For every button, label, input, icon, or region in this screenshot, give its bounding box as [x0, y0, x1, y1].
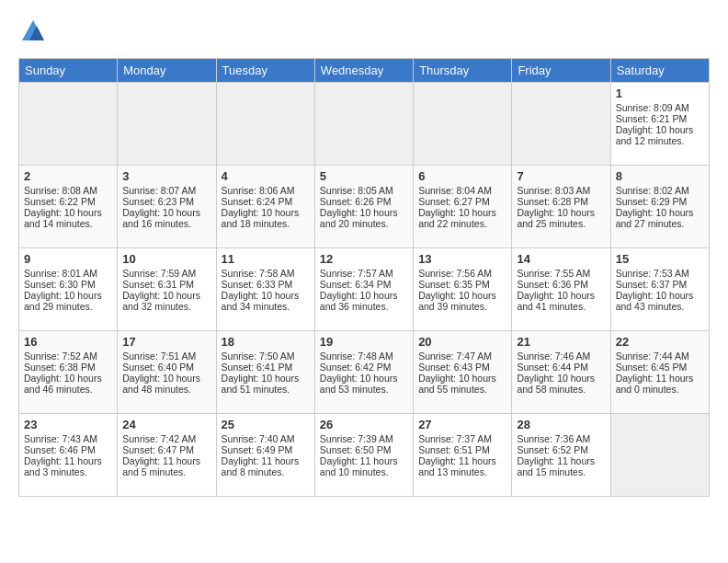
daylight-text: Daylight: 11 hours and 5 minutes. — [122, 455, 210, 477]
sunset-text: Sunset: 6:50 PM — [320, 444, 408, 455]
sunrise-text: Sunrise: 8:03 AM — [517, 185, 605, 196]
day-number: 4 — [222, 169, 310, 183]
daylight-text: Daylight: 10 hours and 58 minutes. — [517, 373, 605, 395]
day-number: 17 — [122, 335, 210, 349]
sunrise-text: Sunrise: 8:01 AM — [24, 268, 112, 279]
calendar-cell — [216, 83, 314, 166]
day-number: 22 — [616, 335, 704, 349]
sunset-text: Sunset: 6:47 PM — [122, 444, 210, 455]
calendar-cell: 22Sunrise: 7:44 AMSunset: 6:45 PMDayligh… — [610, 331, 709, 414]
calendar-cell: 3Sunrise: 8:07 AMSunset: 6:23 PMDaylight… — [118, 166, 216, 248]
sunrise-text: Sunrise: 7:51 AM — [122, 350, 210, 362]
day-number: 7 — [517, 169, 605, 183]
logo-text — [18, 18, 46, 49]
sunrise-text: Sunrise: 8:04 AM — [418, 185, 506, 196]
sunset-text: Sunset: 6:41 PM — [222, 362, 310, 373]
day-number: 2 — [24, 169, 112, 183]
day-number: 25 — [222, 418, 310, 431]
daylight-text: Daylight: 10 hours and 22 minutes. — [418, 207, 506, 229]
daylight-text: Daylight: 10 hours and 43 minutes. — [616, 290, 704, 312]
sunset-text: Sunset: 6:28 PM — [517, 196, 605, 207]
calendar-cell: 25Sunrise: 7:40 AMSunset: 6:49 PMDayligh… — [216, 414, 314, 497]
daylight-text: Daylight: 10 hours and 34 minutes. — [222, 290, 310, 312]
daylight-text: Daylight: 11 hours and 10 minutes. — [320, 455, 408, 477]
sunset-text: Sunset: 6:30 PM — [24, 279, 112, 290]
calendar-cell: 27Sunrise: 7:37 AMSunset: 6:51 PMDayligh… — [414, 414, 512, 497]
sunrise-text: Sunrise: 7:53 AM — [616, 268, 704, 279]
sunset-text: Sunset: 6:35 PM — [418, 279, 506, 290]
sunset-text: Sunset: 6:24 PM — [222, 196, 310, 207]
calendar-cell: 8Sunrise: 8:02 AMSunset: 6:29 PMDaylight… — [610, 166, 709, 248]
calendar-cell — [512, 83, 610, 166]
sunset-text: Sunset: 6:27 PM — [418, 196, 506, 207]
calendar-header-row: SundayMondayTuesdayWednesdayThursdayFrid… — [19, 59, 710, 83]
sunrise-text: Sunrise: 7:37 AM — [418, 433, 506, 444]
calendar-cell — [610, 414, 709, 497]
day-number: 11 — [222, 252, 310, 266]
daylight-text: Daylight: 11 hours and 8 minutes. — [222, 455, 310, 477]
calendar-cell: 2Sunrise: 8:08 AMSunset: 6:22 PMDaylight… — [19, 166, 118, 248]
calendar-cell: 18Sunrise: 7:50 AMSunset: 6:41 PMDayligh… — [216, 331, 314, 414]
sunset-text: Sunset: 6:52 PM — [517, 444, 605, 455]
sunrise-text: Sunrise: 8:09 AM — [616, 102, 704, 113]
sunrise-text: Sunrise: 8:07 AM — [122, 185, 210, 196]
daylight-text: Daylight: 10 hours and 53 minutes. — [320, 373, 408, 395]
sunset-text: Sunset: 6:21 PM — [616, 113, 704, 124]
day-number: 14 — [517, 252, 605, 266]
daylight-text: Daylight: 11 hours and 13 minutes. — [418, 455, 506, 477]
calendar-cell: 20Sunrise: 7:47 AMSunset: 6:43 PMDayligh… — [414, 331, 512, 414]
sunrise-text: Sunrise: 7:56 AM — [418, 268, 506, 279]
day-number: 13 — [418, 252, 506, 266]
sunset-text: Sunset: 6:22 PM — [24, 196, 112, 207]
sunset-text: Sunset: 6:34 PM — [320, 279, 408, 290]
day-number: 18 — [222, 335, 310, 349]
calendar-cell: 12Sunrise: 7:57 AMSunset: 6:34 PMDayligh… — [314, 248, 413, 331]
daylight-text: Daylight: 10 hours and 51 minutes. — [222, 373, 310, 395]
calendar-body: 1Sunrise: 8:09 AMSunset: 6:21 PMDaylight… — [19, 83, 710, 497]
day-number: 24 — [122, 418, 210, 431]
daylight-text: Daylight: 10 hours and 20 minutes. — [320, 207, 408, 229]
day-number: 8 — [616, 169, 704, 183]
day-number: 12 — [320, 252, 408, 266]
header-day-friday: Friday — [512, 59, 610, 83]
header-day-saturday: Saturday — [610, 59, 709, 83]
calendar-cell: 19Sunrise: 7:48 AMSunset: 6:42 PMDayligh… — [314, 331, 413, 414]
day-number: 15 — [616, 252, 704, 266]
sunrise-text: Sunrise: 7:43 AM — [24, 433, 112, 444]
sunrise-text: Sunrise: 7:59 AM — [122, 268, 210, 279]
calendar-table: SundayMondayTuesdayWednesdayThursdayFrid… — [18, 58, 710, 497]
sunrise-text: Sunrise: 7:58 AM — [222, 268, 310, 279]
calendar-week-2: 2Sunrise: 8:08 AMSunset: 6:22 PMDaylight… — [19, 166, 710, 248]
calendar-cell: 13Sunrise: 7:56 AMSunset: 6:35 PMDayligh… — [414, 248, 512, 331]
calendar-cell: 21Sunrise: 7:46 AMSunset: 6:44 PMDayligh… — [512, 331, 610, 414]
day-number: 26 — [320, 418, 408, 431]
calendar-cell: 24Sunrise: 7:42 AMSunset: 6:47 PMDayligh… — [118, 414, 216, 497]
daylight-text: Daylight: 10 hours and 29 minutes. — [24, 290, 112, 312]
calendar-cell: 15Sunrise: 7:53 AMSunset: 6:37 PMDayligh… — [610, 248, 709, 331]
day-number: 19 — [320, 335, 408, 349]
day-number: 27 — [418, 418, 506, 431]
day-number: 23 — [24, 418, 112, 431]
calendar-cell: 16Sunrise: 7:52 AMSunset: 6:38 PMDayligh… — [19, 331, 118, 414]
calendar-cell: 7Sunrise: 8:03 AMSunset: 6:28 PMDaylight… — [512, 166, 610, 248]
header-day-wednesday: Wednesday — [314, 59, 413, 83]
calendar-cell — [118, 83, 216, 166]
day-number: 20 — [418, 335, 506, 349]
sunset-text: Sunset: 6:38 PM — [24, 362, 112, 373]
sunrise-text: Sunrise: 7:52 AM — [24, 350, 112, 362]
sunrise-text: Sunrise: 7:39 AM — [320, 433, 408, 444]
calendar-cell: 5Sunrise: 8:05 AMSunset: 6:26 PMDaylight… — [314, 166, 413, 248]
header-day-sunday: Sunday — [19, 59, 118, 83]
day-number: 10 — [122, 252, 210, 266]
calendar-cell: 1Sunrise: 8:09 AMSunset: 6:21 PMDaylight… — [610, 83, 709, 166]
daylight-text: Daylight: 10 hours and 39 minutes. — [418, 290, 506, 312]
sunrise-text: Sunrise: 7:44 AM — [616, 350, 704, 362]
calendar-cell: 23Sunrise: 7:43 AMSunset: 6:46 PMDayligh… — [19, 414, 118, 497]
sunrise-text: Sunrise: 7:46 AM — [517, 350, 605, 362]
calendar-cell: 26Sunrise: 7:39 AMSunset: 6:50 PMDayligh… — [314, 414, 413, 497]
daylight-text: Daylight: 10 hours and 14 minutes. — [24, 207, 112, 229]
sunrise-text: Sunrise: 7:40 AM — [222, 433, 310, 444]
day-number: 16 — [24, 335, 112, 349]
calendar-cell: 6Sunrise: 8:04 AMSunset: 6:27 PMDaylight… — [414, 166, 512, 248]
daylight-text: Daylight: 10 hours and 25 minutes. — [517, 207, 605, 229]
